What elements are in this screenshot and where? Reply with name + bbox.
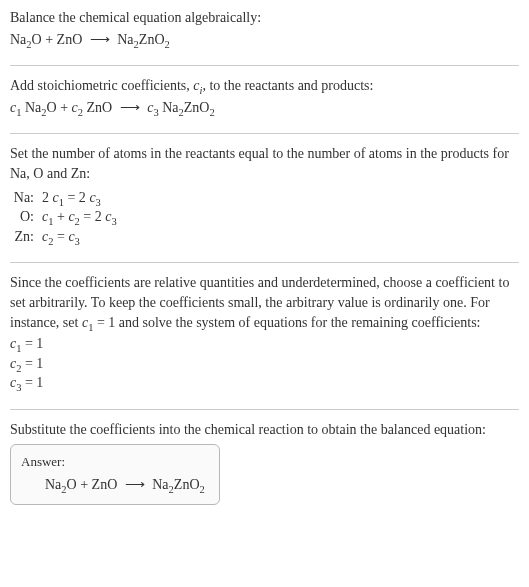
atom-equation: c2 = c3 [42,227,519,247]
answer-title: Substitute the coefficients into the che… [10,420,519,440]
eq-text: ZnO [184,100,210,115]
coef-eq: = 1 [21,356,43,371]
section-solve: Since the coefficients are relative quan… [10,273,519,399]
solve-text: Since the coefficients are relative quan… [10,273,519,332]
atom-row-na: Na: 2 c1 = 2 c3 [10,188,519,208]
eq-text: O + [47,100,72,115]
eq-text: Na [149,477,169,492]
eq-text: Na [21,100,41,115]
answer-box: Answer: Na2O + ZnO ⟶ Na2ZnO2 [10,444,220,506]
eq-sub: 2 [200,483,205,494]
atom-equation: 2 c1 = 2 c3 [42,188,519,208]
eq-text: Na [114,32,134,47]
eq-text: = 2 [64,190,89,205]
coefficients-list: c1 = 1 c2 = 1 c3 = 1 [10,334,519,393]
atom-equation: c1 + c2 = 2 c3 [42,207,519,227]
title-text: , to the reactants and products: [202,78,373,93]
solve-text-b: = 1 and solve the system of equations fo… [93,315,480,330]
coef-sub: 3 [96,196,101,207]
arrow-icon: ⟶ [90,30,110,50]
answer-label: Answer: [21,453,205,471]
atom-label: Zn: [10,227,42,247]
coef-eq: = 1 [21,336,43,351]
section-problem: Balance the chemical equation algebraica… [10,8,519,55]
eq-text: ZnO [174,477,200,492]
coef-sub: 3 [75,236,80,247]
eq-text: O + ZnO [32,32,86,47]
atom-row-zn: Zn: c2 = c3 [10,227,519,247]
title-text: Add stoichiometric coefficients, [10,78,193,93]
coef-eq: = 1 [21,375,43,390]
coef-value: c3 = 1 [10,373,519,393]
divider [10,409,519,410]
eq-text: ZnO [139,32,165,47]
problem-equation: Na2O + ZnO ⟶ Na2ZnO2 [10,30,519,50]
arrow-icon: ⟶ [125,475,145,495]
eq-text: = 2 [80,209,105,224]
section-stoichiometric: Add stoichiometric coefficients, ci, to … [10,76,519,123]
eq-text: = [53,229,68,244]
atom-label: O: [10,207,42,227]
coef-sub: 3 [111,216,116,227]
eq-text: Na [159,100,179,115]
atom-equations: Na: 2 c1 = 2 c3 O: c1 + c2 = 2 c3 Zn: c2… [10,188,519,247]
eq-text: ZnO [83,100,116,115]
divider [10,65,519,66]
eq-text: 2 [42,190,53,205]
atom-label: Na: [10,188,42,208]
eq-text: Na [10,32,26,47]
eq-text: + [53,209,68,224]
coef-value: c2 = 1 [10,354,519,374]
coef-value: c1 = 1 [10,334,519,354]
answer-equation: Na2O + ZnO ⟶ Na2ZnO2 [21,475,205,495]
section-answer: Substitute the coefficients into the che… [10,420,519,511]
arrow-icon: ⟶ [120,98,140,118]
stoich-equation: c1 Na2O + c2 ZnO ⟶ c3 Na2ZnO2 [10,98,519,118]
eq-sub: 2 [209,107,214,118]
stoich-title: Add stoichiometric coefficients, ci, to … [10,76,519,96]
divider [10,262,519,263]
problem-title: Balance the chemical equation algebraica… [10,8,519,28]
eq-sub: 2 [165,38,170,49]
eq-text: O + ZnO [67,477,121,492]
divider [10,133,519,134]
atom-row-o: O: c1 + c2 = 2 c3 [10,207,519,227]
section-atoms: Set the number of atoms in the reactants… [10,144,519,252]
eq-text: Na [45,477,61,492]
atoms-title: Set the number of atoms in the reactants… [10,144,519,183]
